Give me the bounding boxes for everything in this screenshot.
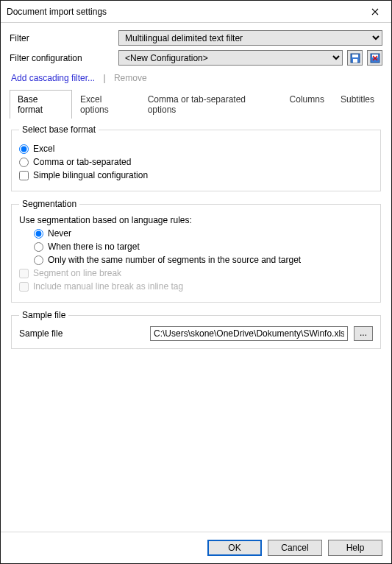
cascading-row: Add cascading filter... | Remove <box>11 73 382 83</box>
excel-option[interactable]: Excel <box>19 144 373 154</box>
simple-label: Simple bilingual configuration <box>33 170 148 180</box>
dialog-title: Document import settings <box>7 7 358 17</box>
close-button[interactable] <box>358 1 391 22</box>
browse-button[interactable]: ... <box>354 326 373 341</box>
remove-cascading-link: Remove <box>114 73 147 83</box>
footer: OK Cancel Help <box>1 532 391 563</box>
content-area: Filter Multilingual delimited text filte… <box>1 23 391 532</box>
excel-radio[interactable] <box>19 144 29 154</box>
inline-tag-option: Include manual line break as inline tag <box>19 281 373 292</box>
no-target-label: When there is no target <box>48 242 140 252</box>
svg-rect-2 <box>353 59 357 63</box>
tab-strip: Base format Excel options Comma or tab-s… <box>10 89 382 119</box>
help-button[interactable]: Help <box>328 540 382 556</box>
filter-config-row: Filter configuration <New Configuration> <box>10 50 382 66</box>
tab-columns[interactable]: Columns <box>282 90 332 119</box>
ok-button[interactable]: OK <box>207 540 262 556</box>
comma-radio[interactable] <box>19 158 29 167</box>
filter-config-label: Filter configuration <box>10 53 114 63</box>
save-icon <box>350 53 360 63</box>
sample-legend: Sample file <box>19 310 68 320</box>
never-label: Never <box>48 228 71 239</box>
svg-rect-1 <box>352 54 358 57</box>
no-target-option[interactable]: When there is no target <box>34 242 373 252</box>
simple-checkbox[interactable] <box>19 171 29 180</box>
line-break-option: Segment on line break <box>19 268 373 278</box>
filter-label: Filter <box>10 33 114 43</box>
base-format-group: Select base format Excel Comma or tab-se… <box>11 124 381 191</box>
same-number-label: Only with the same number of segments in… <box>48 255 301 265</box>
add-cascading-link[interactable]: Add cascading filter... <box>11 73 95 83</box>
simple-option[interactable]: Simple bilingual configuration <box>19 170 373 180</box>
dialog-window: Document import settings Filter Multilin… <box>0 0 392 564</box>
same-number-option[interactable]: Only with the same number of segments in… <box>34 255 373 265</box>
tab-panel: Select base format Excel Comma or tab-se… <box>10 119 382 526</box>
filter-row: Filter Multilingual delimited text filte… <box>10 30 382 46</box>
inline-tag-label: Include manual line break as inline tag <box>33 281 183 292</box>
link-separator: | <box>103 73 105 83</box>
never-option[interactable]: Never <box>34 228 373 239</box>
sample-row: Sample file ... <box>19 326 373 341</box>
save-config-button[interactable] <box>347 50 363 66</box>
tab-comma-options[interactable]: Comma or tab-separated options <box>140 90 282 119</box>
inline-tag-checkbox <box>19 282 29 292</box>
tab-subtitles[interactable]: Subtitles <box>332 90 382 119</box>
same-number-radio[interactable] <box>34 255 43 265</box>
line-break-label: Segment on line break <box>33 268 121 278</box>
cancel-button[interactable]: Cancel <box>268 540 322 556</box>
base-format-legend: Select base format <box>19 124 99 135</box>
tab-base-format[interactable]: Base format <box>10 90 72 119</box>
segmentation-prompt: Use segmentation based on language rules… <box>19 215 373 225</box>
delete-config-button[interactable] <box>367 50 382 66</box>
segmentation-group: Segmentation Use segmentation based on l… <box>11 199 381 303</box>
close-icon <box>371 8 379 15</box>
filter-config-select[interactable]: <New Configuration> <box>118 50 343 66</box>
delete-icon <box>370 53 380 63</box>
never-radio[interactable] <box>34 229 43 239</box>
comma-option[interactable]: Comma or tab-separated <box>19 157 373 167</box>
excel-label: Excel <box>33 144 54 154</box>
comma-label: Comma or tab-separated <box>33 157 131 167</box>
tab-excel-options[interactable]: Excel options <box>72 90 140 119</box>
filter-select[interactable]: Multilingual delimited text filter <box>118 30 382 46</box>
titlebar: Document import settings <box>1 1 391 23</box>
sample-label: Sample file <box>19 328 144 339</box>
no-target-radio[interactable] <box>34 242 43 252</box>
sample-file-group: Sample file Sample file ... <box>11 310 381 349</box>
segmentation-legend: Segmentation <box>19 199 79 209</box>
sample-path-input[interactable] <box>150 326 348 341</box>
line-break-checkbox <box>19 269 29 278</box>
